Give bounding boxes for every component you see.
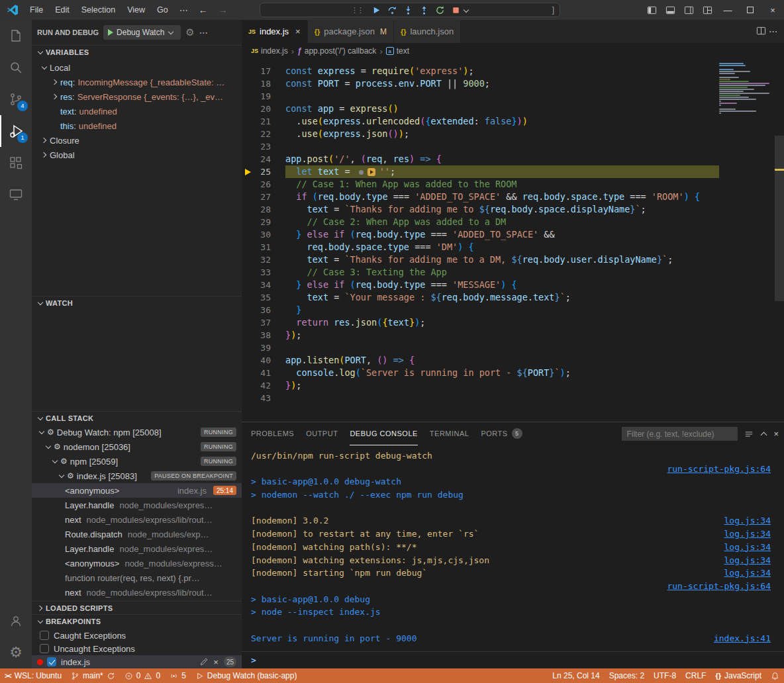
section-variables[interactable]: VARIABLES [32,45,242,58]
call-stack-frame-row[interactable]: Layer.handlenode_modules/expres… [32,498,242,512]
breakpoint-checkbox[interactable] [40,644,49,653]
code-line[interactable]: 32 text = `Thanks for adding me to a DM,… [242,253,719,266]
breakpoint-gutter[interactable] [242,165,259,178]
activity-remote-explorer[interactable] [0,179,32,210]
console-filter-input[interactable] [622,427,738,441]
notifications[interactable] [766,668,784,683]
step-into-button[interactable] [401,3,415,17]
breakpoint-gutter[interactable] [242,342,259,354]
panel-tab-debug-console[interactable]: DEBUG CONSOLE [350,422,417,445]
source-link[interactable]: log.js:34 [724,514,784,527]
minimize-button[interactable]: — [716,0,739,20]
breakpoint-gutter[interactable] [242,316,259,329]
source-link[interactable]: log.js:34 [724,527,784,541]
debug-console-input[interactable]: > [242,651,784,668]
account-button[interactable] [0,605,32,637]
tab-index.js[interactable]: JSindex.js× [242,20,308,43]
source-link[interactable]: log.js:34 [724,567,784,580]
console-lines-icon[interactable] [744,430,754,439]
language-mode[interactable]: {}JavaScript [710,668,766,683]
menu-item-go[interactable]: Go [151,0,174,20]
breakpoint-gutter[interactable] [242,103,259,115]
call-stack-frame-row[interactable]: <anonymous>node_modules/express… [32,556,242,570]
breakpoint-gutter[interactable] [242,228,259,241]
call-stack-frame-row[interactable]: Route.dispatchnode_modules/exp… [32,527,242,541]
breakpoint-row[interactable]: index.js×25 [32,655,242,668]
code-line[interactable]: 23 [242,140,719,153]
forwarded-ports[interactable]: 5 [165,668,191,683]
code-line[interactable]: 35 text = `Your message : ${req.body.mes… [242,291,719,304]
debug-settings-gear-icon[interactable]: ⚙ [185,26,194,38]
breakpoint-gutter[interactable] [242,354,259,367]
edit-breakpoint-icon[interactable] [199,658,208,666]
breakpoint-gutter[interactable] [242,178,259,191]
indentation[interactable]: Spaces: 2 [605,668,649,683]
breakpoint-gutter[interactable] [242,291,259,304]
menu-item-view[interactable]: View [121,0,151,20]
activity-search[interactable] [0,52,32,83]
restart-button[interactable] [433,3,446,17]
git-branch[interactable]: main* [66,668,120,683]
command-center[interactable]: ⋮⋮ ] [260,3,560,17]
sidebar-more-actions[interactable]: ⋯ [199,28,208,38]
customize-layout-button[interactable] [698,0,716,20]
code-line[interactable]: 31 req.body.space.type === 'DM') { [242,241,719,253]
menu-item-selection[interactable]: Selection [75,0,121,20]
variable-row[interactable]: req:IncomingMessage {_readableState: … [32,75,242,89]
toggle-secondary-sidebar-button[interactable] [679,0,698,20]
code-line[interactable]: 19 [242,90,719,103]
debug-session[interactable]: Debug Watch (basic-app) [191,668,302,683]
back-button[interactable]: ← [193,5,213,15]
menu-item-file[interactable]: File [24,0,49,20]
variable-row[interactable]: Local [32,60,242,75]
panel-close-button[interactable]: × [773,429,779,439]
breakpoint-gutter[interactable] [242,329,259,342]
code-line[interactable]: 42}); [242,379,719,392]
breakpoint-checkbox[interactable] [40,631,49,640]
remote-indicator[interactable]: ><WSL: Ubuntu [0,668,66,683]
section-breakpoints[interactable]: BREAKPOINTS [32,614,242,627]
breakpoint-gutter[interactable] [242,140,259,153]
debug-toolbar-grip[interactable]: ⋮⋮ [351,6,363,15]
breakpoint-gutter[interactable] [242,241,259,253]
breakpoint-checkbox[interactable] [47,657,56,666]
code-line[interactable]: 30 } else if (req.body.type === 'ADDED_T… [242,228,719,241]
breakpoint-gutter[interactable] [242,77,259,90]
section-loaded-scripts[interactable]: LOADED SCRIPTS [32,601,242,614]
variable-row[interactable]: this:undefined [32,118,242,133]
panel-tab-problems[interactable]: PROBLEMS [251,422,294,445]
tab-package.json[interactable]: {}package.jsonM [308,20,394,43]
source-link[interactable]: log.js:34 [724,541,784,554]
breakpoint-gutter[interactable] [242,367,259,379]
problems[interactable]: 00 [120,668,165,683]
breakpoint-gutter[interactable] [242,253,259,266]
start-debug-icon[interactable] [108,29,113,36]
forward-button[interactable]: → [213,5,233,15]
breakpoint-gutter[interactable] [242,203,259,216]
code-line[interactable]: 17const express = require('express'); [242,65,719,77]
breakpoint-gutter[interactable] [242,153,259,165]
code-line[interactable]: 33 // Case 3: Texting the App [242,266,719,279]
call-stack-frame-row[interactable]: <anonymous>index.js25:14 [32,483,242,498]
editor-more-actions[interactable]: ⋯ [769,26,777,36]
toggle-sidebar-button[interactable] [642,0,661,20]
code-line[interactable]: 28 text = `Thanks for adding me to ${req… [242,203,719,216]
code-line[interactable]: 43 [242,392,719,404]
code-line[interactable]: 21 .use(express.urlencoded({extended: fa… [242,115,719,128]
breakpoint-row[interactable]: Caught Exceptions [32,629,242,642]
variable-row[interactable]: Global [32,148,242,162]
call-stack-session-row[interactable]: ⚙nodemon [25036]RUNNING [32,439,242,454]
code-line[interactable]: 39 [242,342,719,354]
section-call-stack[interactable]: CALL STACK [32,411,242,424]
cursor-position[interactable]: Ln 25, Col 14 [548,668,604,683]
remove-breakpoint-icon[interactable]: × [213,657,219,667]
step-out-button[interactable] [417,3,430,17]
breakpoint-gutter[interactable] [242,392,259,404]
split-editor-button[interactable] [756,26,766,38]
code-line[interactable]: 38}); [242,329,719,342]
call-stack-frame-row[interactable]: nextnode_modules/express/lib/rout… [32,512,242,527]
code-line[interactable]: 41 console.log(`Server is running in por… [242,367,719,379]
breadcrumb-item[interactable]: atext [386,46,409,56]
maximize-button[interactable] [739,0,761,20]
activity-extensions[interactable] [0,147,32,179]
